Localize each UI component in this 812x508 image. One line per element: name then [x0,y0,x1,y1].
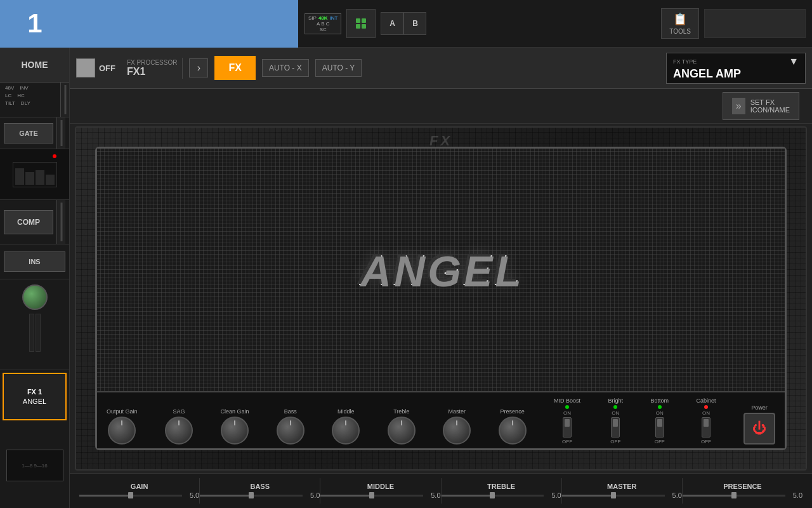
set-fx-text: SET FX ICON/NAME [750,98,790,114]
eq-meter-2 [36,314,41,352]
sc-label: SC [320,27,327,32]
clip-indicator [53,154,56,158]
cabinet-switch[interactable] [702,417,710,438]
clean-gain-label: Clean Gain [220,408,249,415]
comp-slider[interactable] [56,200,65,244]
mid-boost-dot [565,405,569,409]
amp-main-section: ANGEL Output Gain SAG [95,147,787,450]
eq-meters [29,314,41,352]
master-slider[interactable] [562,495,665,497]
set-fx-line1: SET FX [750,98,790,106]
treble-knob[interactable] [388,417,416,444]
gate-button[interactable]: GATE [4,123,53,144]
bass-param: BASS 5.0 [200,483,320,499]
home-button[interactable]: HOME [0,48,69,83]
bottom-dot [658,405,662,409]
fx-type-dropdown[interactable]: ▼ [789,56,799,67]
bright-switch[interactable] [611,417,620,438]
master-label: Master [448,408,466,415]
svg-rect-3 [362,24,366,29]
svg-rect-1 [362,18,366,23]
power-button[interactable]: ⏻ [743,413,775,444]
sip-box: SIP 48K INT A B C SC [304,13,341,34]
cabinet-off: OFF [701,439,711,444]
sag-group: SAG [165,408,193,444]
btn-b[interactable]: B [403,12,426,35]
bass-knob[interactable] [277,417,304,444]
cabinet-on: ON [702,410,710,416]
mid-boost-group: MID Boost ON OFF [554,398,580,444]
comp-slider-track [60,203,62,241]
treble-row: 5.0 [442,491,561,499]
treble-slider[interactable] [442,495,544,497]
filter-inv[interactable]: INV [18,84,30,91]
fx1-section[interactable]: FX 1 ANGEL [3,373,67,420]
filter-tilt[interactable]: TILT [3,100,17,107]
gate-slider[interactable] [56,117,65,149]
output-gain-label: Output Gain [107,408,138,415]
ch-c: C [326,21,330,27]
bottom-on: ON [656,410,664,416]
master-name: MASTER [607,483,636,490]
filter-hc[interactable]: HC [15,92,27,99]
filter-slider[interactable] [60,83,69,117]
presence-value: 5.0 [793,491,802,499]
bright-off: OFF [610,439,620,444]
comp-button[interactable]: COMP [4,210,53,234]
tools-button[interactable]: 📋 TOOLS [661,8,699,39]
presence-group: Presence [499,408,527,444]
presence-slider[interactable] [683,495,785,497]
middle-knob[interactable] [332,417,360,444]
eq-meter-1 [29,314,34,352]
filter-lc[interactable]: LC [3,92,13,99]
treble-group: Treble [388,408,416,444]
set-fx-bar: » SET FX ICON/NAME [70,89,812,124]
presence-row: 5.0 [683,491,802,499]
set-fx-arrows-icon: » [732,98,745,114]
bright-label: Bright [608,398,624,404]
knob-row: Output Gain SAG Clean Gain [107,398,775,444]
clean-gain-knob[interactable] [221,417,249,444]
filter-dly[interactable]: DLY [19,100,32,107]
eq-knob[interactable] [22,284,48,310]
master-knob[interactable] [443,417,471,444]
auto-y-button[interactable]: AUTO - Y [315,59,362,77]
bright-group: Bright ON OFF [608,398,624,444]
output-gain-knob[interactable] [108,417,136,444]
bass-value: 5.0 [310,491,320,499]
top-center: SIP 48K INT A B C SC A B [298,9,661,38]
gain-slider[interactable] [79,495,182,497]
gain-param: GAIN 5.0 [79,483,199,499]
filter-slider-track [64,85,66,114]
presence-knob[interactable] [499,417,527,444]
fx-processor-name: FX1 [127,66,177,77]
io-button[interactable] [346,9,376,38]
treble-label: Treble [393,408,409,415]
filter-48v[interactable]: 48V [3,84,16,91]
auto-x-button[interactable]: AUTO - X [262,59,309,77]
eq-section [0,279,69,370]
mid-boost-switch[interactable] [563,417,572,438]
btn-a[interactable]: A [381,12,403,35]
fx-header: OFF FX PROCESSOR FX1 › FX AUTO - X AUTO … [70,48,812,89]
ch-b: B [321,21,324,27]
power-label: Power [751,404,768,411]
track-number[interactable]: 1 [0,0,70,48]
output-gain-group: Output Gain [107,408,138,444]
power-icon: ⏻ [752,420,766,437]
bottom-switch[interactable] [655,417,664,438]
master-group: Master [443,408,471,444]
bass-slider[interactable] [200,495,303,497]
set-fx-button[interactable]: » SET FX ICON/NAME [723,92,799,120]
int-label: INT [330,15,338,21]
fx-tab-button[interactable]: FX [214,56,255,80]
ins-button[interactable]: INS [4,251,65,272]
fx-type-box: FX TYPE ▼ ANGEL AMP [666,53,806,84]
middle-slider[interactable] [320,495,423,497]
sag-knob[interactable] [165,417,193,444]
gain-row: 5.0 [79,491,199,499]
next-arrow-button[interactable]: › [189,58,208,77]
bright-on: ON [612,410,619,416]
off-toggle[interactable]: OFF [76,58,115,77]
mid-boost-on: ON [563,410,571,416]
